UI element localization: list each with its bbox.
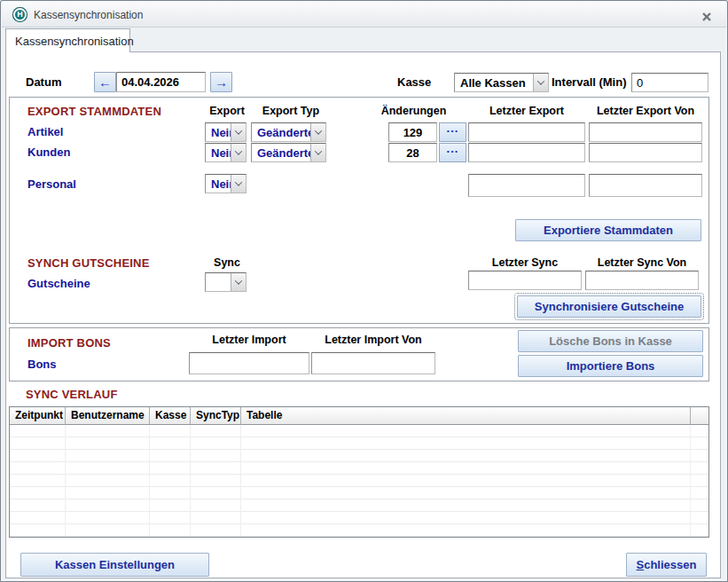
chevron-down-icon[interactable] — [310, 144, 325, 161]
letzter-sync-von-field[interactable] — [585, 271, 699, 290]
intervall-label: Intervall (Min) — [552, 75, 627, 89]
letzter-export-von-column-header: Letzter Export Von — [587, 105, 704, 117]
sync-verlauf-title: SYNC VERLAUF — [26, 388, 118, 401]
artikel-export-value: Nein — [206, 123, 231, 141]
chevron-down-icon[interactable] — [533, 74, 548, 91]
personal-letzter-export-field[interactable] — [468, 174, 585, 197]
personal-export-value: Nein — [206, 175, 231, 193]
personal-export-select[interactable]: Nein — [205, 174, 247, 193]
kunden-letzter-export-field[interactable] — [468, 143, 585, 162]
letzter-import-von-column-header: Letzter Import Von — [311, 334, 435, 346]
export-stammdaten-title: EXPORT STAMMDATEN — [27, 105, 161, 118]
date-next-button[interactable]: → — [210, 72, 232, 92]
personal-letzter-export-von-field[interactable] — [589, 174, 702, 197]
kunden-aenderungen-value: 28 — [406, 146, 419, 160]
kunden-aenderungen-field[interactable]: 28 — [388, 143, 437, 162]
artikel-letzter-export-von-field[interactable] — [589, 122, 702, 142]
column-header-filler — [691, 407, 708, 425]
aenderungen-column-header: Änderungen — [380, 105, 447, 117]
chevron-down-icon[interactable] — [310, 123, 325, 141]
letzter-import-field[interactable] — [189, 352, 309, 374]
export-column-header: Export — [200, 105, 254, 117]
intervall-value: 0 — [637, 76, 643, 90]
synch-gutscheine-title: SYNCH GUTSCHEINE — [27, 256, 150, 270]
sync-verlauf-table-body — [10, 425, 708, 537]
kunden-letzter-export-von-field[interactable] — [589, 143, 702, 162]
gutscheine-label: Gutscheine — [27, 277, 90, 290]
import-bons-title: IMPORT BONS — [27, 336, 111, 350]
synchronisiere-gutscheine-button[interactable]: Synchronisiere Gutscheine — [517, 295, 701, 318]
artikel-label: Artikel — [27, 125, 63, 138]
letzter-sync-column-header: Letzter Sync — [468, 256, 582, 269]
kasse-label: Kasse — [397, 75, 431, 89]
title-bar[interactable]: H Kassensynchronisation — [2, 2, 726, 28]
kassen-einstellungen-label: Kassen Einstellungen — [55, 558, 175, 571]
sync-verlauf-table: Zeitpunkt Benutzername Kasse SyncTyp Tab… — [9, 406, 709, 538]
schliessen-accel: S — [637, 558, 645, 571]
tab-kassensynchronisation[interactable]: Kassensynchronisation — [5, 28, 130, 52]
chevron-down-icon[interactable] — [231, 144, 246, 161]
datum-label: Datum — [26, 75, 61, 89]
gutscheine-sync-value — [206, 273, 231, 291]
column-header-kasse[interactable]: Kasse — [150, 407, 191, 425]
schliessen-label: chliessen — [644, 558, 696, 571]
letzter-export-column-header: Letzter Export — [468, 105, 585, 117]
kunden-export-value: Nein — [206, 144, 231, 161]
arrow-right-icon: → — [215, 75, 228, 90]
letzter-import-von-field[interactable] — [311, 352, 435, 374]
kassensynchronisation-window: H Kassensynchronisation Kassensynchronis… — [0, 0, 728, 582]
sync-column-header: Sync — [200, 256, 254, 269]
kunden-export-typ-select[interactable]: Geänderte — [251, 143, 326, 162]
gutscheine-sync-select[interactable] — [205, 272, 247, 292]
column-header-benutzername[interactable]: Benutzername — [66, 407, 150, 425]
bons-label: Bons — [27, 358, 57, 371]
kasse-select[interactable]: Alle Kassen — [454, 73, 549, 92]
column-header-tabelle[interactable]: Tabelle — [241, 407, 691, 425]
datum-input[interactable]: 04.04.2026 — [116, 72, 206, 92]
schliessen-button[interactable]: Schliessen — [626, 553, 707, 577]
column-header-synctyp[interactable]: SyncTyp — [191, 407, 241, 425]
datum-value: 04.04.2026 — [121, 75, 179, 89]
loesche-bons-label: Lösche Bons in Kasse — [549, 334, 672, 348]
ellipsis-icon: ... — [447, 122, 459, 135]
exportiere-stammdaten-button[interactable]: Exportiere Stammdaten — [515, 219, 701, 241]
intervall-input[interactable]: 0 — [631, 73, 708, 92]
arrow-left-icon: ← — [98, 75, 112, 90]
app-icon: H — [12, 7, 27, 22]
ellipsis-icon: ... — [447, 142, 459, 155]
kunden-export-select[interactable]: Nein — [205, 143, 247, 162]
kunden-label: Kunden — [27, 146, 70, 159]
letzter-sync-field[interactable] — [468, 271, 582, 290]
close-icon[interactable] — [701, 10, 713, 20]
date-prev-button[interactable]: ← — [94, 72, 116, 92]
artikel-export-typ-value: Geänderte — [252, 123, 310, 141]
artikel-export-typ-select[interactable]: Geänderte — [251, 122, 326, 142]
artikel-aenderungen-field[interactable]: 129 — [388, 122, 437, 142]
sync-verlauf-table-header: Zeitpunkt Benutzername Kasse SyncTyp Tab… — [10, 407, 708, 425]
artikel-letzter-export-field[interactable] — [468, 122, 585, 142]
tab-label: Kassensynchronisation — [15, 35, 134, 48]
chevron-down-icon[interactable] — [231, 123, 246, 141]
column-header-zeitpunkt[interactable]: Zeitpunkt — [10, 407, 66, 425]
chevron-down-icon[interactable] — [231, 273, 246, 291]
importiere-bons-button[interactable]: Importiere Bons — [518, 355, 703, 377]
synchronisiere-gutscheine-label: Synchronisiere Gutscheine — [535, 300, 684, 313]
kunden-more-button[interactable]: ... — [439, 143, 466, 162]
artikel-more-button[interactable]: ... — [439, 122, 466, 142]
personal-label: Personal — [27, 177, 76, 191]
chevron-down-icon[interactable] — [231, 175, 246, 193]
letzter-sync-von-column-header: Letzter Sync Von — [585, 256, 699, 269]
loesche-bons-button[interactable]: Lösche Bons in Kasse — [518, 330, 703, 352]
letzter-import-column-header: Letzter Import — [189, 334, 309, 346]
kunden-export-typ-value: Geänderte — [252, 144, 310, 161]
artikel-export-select[interactable]: Nein — [205, 122, 247, 142]
kasse-select-value: Alle Kassen — [455, 74, 533, 91]
kassen-einstellungen-button[interactable]: Kassen Einstellungen — [20, 553, 209, 577]
exportiere-stammdaten-label: Exportiere Stammdaten — [544, 224, 673, 237]
importiere-bons-label: Importiere Bons — [567, 359, 655, 373]
export-typ-column-header: Export Typ — [251, 105, 331, 117]
window-title: Kassensynchronisation — [34, 9, 143, 21]
artikel-aenderungen-value: 129 — [403, 126, 423, 139]
